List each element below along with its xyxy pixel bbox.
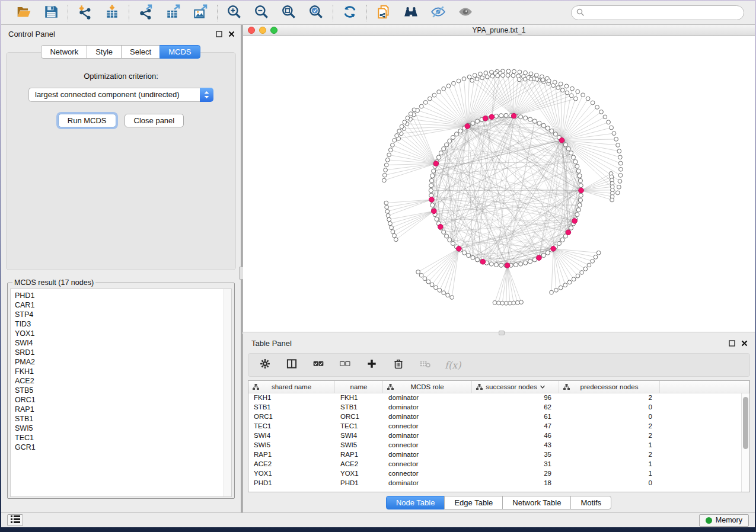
network-node[interactable] <box>618 174 623 178</box>
network-node[interactable] <box>504 301 508 305</box>
close-panel-button[interactable]: Close panel <box>125 114 184 127</box>
network-node[interactable] <box>528 259 532 264</box>
network-node[interactable] <box>556 86 560 90</box>
network-node[interactable] <box>485 75 489 79</box>
network-node[interactable] <box>599 110 604 114</box>
first-neighbors-button[interactable] <box>402 4 420 22</box>
network-node[interactable] <box>569 151 573 155</box>
mcds-result-item[interactable]: ACE2 <box>15 376 231 386</box>
network-node[interactable] <box>394 238 398 242</box>
network-node[interactable] <box>504 113 508 117</box>
network-node[interactable] <box>529 72 533 76</box>
network-node[interactable] <box>617 185 621 189</box>
network-node[interactable] <box>484 71 488 75</box>
network-node[interactable] <box>578 198 582 202</box>
network-node[interactable] <box>506 69 511 73</box>
network-node[interactable] <box>429 178 433 182</box>
network-node[interactable] <box>563 283 567 287</box>
network-node[interactable] <box>412 108 416 112</box>
column-header-shared-name[interactable]: shared name <box>248 381 335 393</box>
network-node[interactable] <box>479 72 483 76</box>
network-node[interactable] <box>388 148 393 152</box>
network-node[interactable] <box>454 132 458 136</box>
network-node[interactable] <box>569 226 573 230</box>
network-node[interactable] <box>619 167 623 171</box>
network-node[interactable] <box>499 263 503 267</box>
network-node[interactable] <box>428 97 432 101</box>
network-node[interactable] <box>564 84 569 88</box>
network-node[interactable] <box>386 213 390 217</box>
refresh-button[interactable] <box>341 4 359 22</box>
network-node[interactable] <box>458 129 462 133</box>
mcds-result-item[interactable]: PHD1 <box>15 291 231 300</box>
network-window-titlebar[interactable]: YPA_prune.txt_1 <box>243 25 755 36</box>
network-node[interactable] <box>388 222 393 226</box>
network-node[interactable] <box>615 191 620 195</box>
network-node[interactable] <box>430 174 435 178</box>
import-network-button[interactable] <box>76 4 94 22</box>
table-row[interactable]: FKH1FKH1dominator962 <box>248 393 749 403</box>
network-hub-node[interactable] <box>480 259 486 265</box>
network-node[interactable] <box>416 270 420 274</box>
network-hub-node[interactable] <box>579 188 584 193</box>
table-row[interactable]: PHD1PHD1dominator180 <box>248 479 749 488</box>
network-node[interactable] <box>393 233 397 238</box>
table-row[interactable]: STB1STB1dominator620 <box>248 403 749 412</box>
network-node[interactable] <box>575 213 579 217</box>
network-node[interactable] <box>462 77 466 81</box>
network-node[interactable] <box>569 94 573 98</box>
network-node[interactable] <box>480 76 484 80</box>
network-node[interactable] <box>385 205 389 209</box>
network-hub-node[interactable] <box>429 197 435 203</box>
network-hub-node[interactable] <box>483 116 488 121</box>
run-mcds-button[interactable]: Run MCDS <box>58 114 116 127</box>
network-node[interactable] <box>419 273 423 277</box>
network-node[interactable] <box>516 74 521 78</box>
network-hub-node[interactable] <box>505 263 510 268</box>
close-panel-icon[interactable] <box>228 31 235 37</box>
network-node[interactable] <box>541 253 546 257</box>
network-node[interactable] <box>603 115 607 119</box>
delete-column-button[interactable] <box>391 358 406 372</box>
network-node[interactable] <box>594 255 598 259</box>
network-hub-node[interactable] <box>457 246 462 252</box>
network-node[interactable] <box>423 277 427 281</box>
table-row[interactable]: TEC1TEC1connector472 <box>248 422 749 431</box>
zoom-in-button[interactable] <box>225 4 243 22</box>
close-panel-icon[interactable] <box>741 340 748 347</box>
network-node[interactable] <box>430 283 434 287</box>
network-node[interactable] <box>450 296 454 300</box>
network-node[interactable] <box>607 120 611 124</box>
network-hub-node[interactable] <box>432 209 437 214</box>
float-panel-icon[interactable] <box>216 31 222 37</box>
network-node[interactable] <box>524 261 528 265</box>
network-hub-node[interactable] <box>537 255 542 261</box>
network-node[interactable] <box>494 262 498 267</box>
create-column-button[interactable] <box>365 358 379 372</box>
tab-select[interactable]: Select <box>121 45 160 59</box>
network-node[interactable] <box>470 78 474 82</box>
network-hub-node[interactable] <box>489 114 495 120</box>
network-node[interactable] <box>614 137 618 142</box>
tab-style[interactable]: Style <box>87 45 122 59</box>
network-node[interactable] <box>429 184 433 188</box>
network-node[interactable] <box>382 173 387 177</box>
network-node[interactable] <box>467 253 471 257</box>
network-node[interactable] <box>618 161 623 165</box>
network-hub-node[interactable] <box>438 225 443 230</box>
column-header-successor-nodes[interactable]: successor nodes <box>472 381 559 393</box>
network-node[interactable] <box>546 251 550 255</box>
mcds-result-item[interactable]: GCR1 <box>15 443 231 452</box>
memory-button[interactable]: Memory <box>699 514 749 527</box>
task-history-button[interactable] <box>7 514 23 526</box>
network-node[interactable] <box>617 149 621 153</box>
network-hub-node[interactable] <box>511 113 516 118</box>
network-node[interactable] <box>535 77 539 81</box>
zoom-out-button[interactable] <box>253 4 270 22</box>
delete-table-button[interactable] <box>418 358 432 372</box>
network-node[interactable] <box>581 93 585 97</box>
zoom-fit-button[interactable] <box>280 4 298 22</box>
table-row[interactable]: YOX1YOX1connector291 <box>248 469 749 479</box>
network-node[interactable] <box>576 89 580 94</box>
network-node[interactable] <box>442 230 446 234</box>
